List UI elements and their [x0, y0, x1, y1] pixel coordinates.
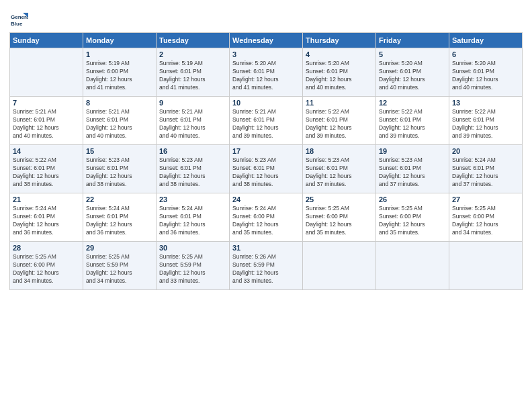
day-cell: 14Sunrise: 5:22 AMSunset: 6:01 PMDayligh…: [10, 145, 83, 193]
day-info: Sunrise: 5:23 AMSunset: 6:01 PMDaylight:…: [306, 156, 373, 189]
day-cell: 27Sunrise: 5:25 AMSunset: 6:00 PMDayligh…: [449, 193, 523, 242]
day-info: Sunrise: 5:22 AMSunset: 6:01 PMDaylight:…: [13, 156, 80, 189]
col-header-sunday: Sunday: [10, 33, 83, 48]
day-number: 9: [159, 99, 226, 107]
day-cell: 18Sunrise: 5:23 AMSunset: 6:01 PMDayligh…: [303, 145, 376, 193]
day-number: 5: [379, 50, 446, 58]
day-number: 11: [306, 99, 373, 107]
day-number: 18: [306, 147, 373, 155]
day-info: Sunrise: 5:22 AMSunset: 6:01 PMDaylight:…: [379, 108, 446, 140]
day-info: Sunrise: 5:24 AMSunset: 6:01 PMDaylight:…: [452, 156, 519, 189]
day-info: Sunrise: 5:20 AMSunset: 6:01 PMDaylight:…: [306, 60, 373, 92]
day-cell: 30Sunrise: 5:25 AMSunset: 5:59 PMDayligh…: [157, 242, 230, 290]
day-cell: [376, 242, 449, 290]
day-info: Sunrise: 5:21 AMSunset: 6:01 PMDaylight:…: [232, 108, 300, 140]
day-cell: [10, 48, 83, 97]
day-number: 31: [232, 244, 300, 252]
day-cell: 19Sunrise: 5:23 AMSunset: 6:01 PMDayligh…: [376, 145, 449, 193]
logo: General Blue: [9, 9, 31, 28]
day-cell: 6Sunrise: 5:20 AMSunset: 6:01 PMDaylight…: [449, 48, 523, 97]
day-cell: 11Sunrise: 5:22 AMSunset: 6:01 PMDayligh…: [303, 97, 376, 145]
day-info: Sunrise: 5:23 AMSunset: 6:01 PMDaylight:…: [232, 156, 300, 189]
day-number: 2: [159, 50, 226, 58]
day-cell: 20Sunrise: 5:24 AMSunset: 6:01 PMDayligh…: [449, 145, 523, 193]
day-number: 23: [159, 195, 226, 203]
day-info: Sunrise: 5:23 AMSunset: 6:01 PMDaylight:…: [379, 156, 446, 189]
week-row-2: 7Sunrise: 5:21 AMSunset: 6:01 PMDaylight…: [10, 97, 523, 145]
day-number: 21: [13, 195, 80, 203]
day-number: 29: [86, 244, 153, 252]
logo-icon: General Blue: [9, 9, 28, 28]
day-info: Sunrise: 5:21 AMSunset: 6:01 PMDaylight:…: [86, 108, 153, 140]
day-cell: 21Sunrise: 5:24 AMSunset: 6:01 PMDayligh…: [10, 193, 83, 242]
col-header-wednesday: Wednesday: [230, 33, 303, 48]
day-cell: 16Sunrise: 5:23 AMSunset: 6:01 PMDayligh…: [157, 145, 230, 193]
col-header-saturday: Saturday: [449, 33, 523, 48]
day-cell: 9Sunrise: 5:21 AMSunset: 6:01 PMDaylight…: [157, 97, 230, 145]
day-number: 12: [379, 99, 446, 107]
day-cell: [449, 242, 523, 290]
header-row: SundayMondayTuesdayWednesdayThursdayFrid…: [10, 33, 523, 48]
day-info: Sunrise: 5:21 AMSunset: 6:01 PMDaylight:…: [13, 108, 80, 140]
day-info: Sunrise: 5:25 AMSunset: 6:00 PMDaylight:…: [306, 205, 373, 237]
day-cell: 10Sunrise: 5:21 AMSunset: 6:01 PMDayligh…: [230, 97, 303, 145]
day-cell: 25Sunrise: 5:25 AMSunset: 6:00 PMDayligh…: [303, 193, 376, 242]
day-number: 16: [159, 147, 226, 155]
day-number: 19: [379, 147, 446, 155]
day-cell: 24Sunrise: 5:24 AMSunset: 6:00 PMDayligh…: [230, 193, 303, 242]
day-info: Sunrise: 5:25 AMSunset: 5:59 PMDaylight:…: [86, 253, 153, 285]
day-number: 3: [232, 50, 300, 58]
calendar-table: SundayMondayTuesdayWednesdayThursdayFrid…: [9, 32, 523, 290]
day-number: 30: [159, 244, 226, 252]
day-cell: 26Sunrise: 5:25 AMSunset: 6:00 PMDayligh…: [376, 193, 449, 242]
day-cell: [303, 242, 376, 290]
day-cell: 1Sunrise: 5:19 AMSunset: 6:00 PMDaylight…: [83, 48, 157, 97]
day-info: Sunrise: 5:25 AMSunset: 6:00 PMDaylight:…: [379, 205, 446, 237]
day-number: 22: [86, 195, 153, 203]
day-cell: 17Sunrise: 5:23 AMSunset: 6:01 PMDayligh…: [230, 145, 303, 193]
day-cell: 29Sunrise: 5:25 AMSunset: 5:59 PMDayligh…: [83, 242, 157, 290]
day-cell: 23Sunrise: 5:24 AMSunset: 6:01 PMDayligh…: [157, 193, 230, 242]
day-cell: 4Sunrise: 5:20 AMSunset: 6:01 PMDaylight…: [303, 48, 376, 97]
day-number: 14: [13, 147, 80, 155]
day-number: 8: [86, 99, 153, 107]
day-cell: 28Sunrise: 5:25 AMSunset: 6:00 PMDayligh…: [10, 242, 83, 290]
calendar-container: General Blue SundayMondayTuesdayWednesda…: [0, 0, 532, 411]
day-info: Sunrise: 5:26 AMSunset: 5:59 PMDaylight:…: [232, 253, 300, 285]
day-number: 1: [86, 50, 153, 58]
day-info: Sunrise: 5:19 AMSunset: 6:00 PMDaylight:…: [86, 60, 153, 92]
day-info: Sunrise: 5:20 AMSunset: 6:01 PMDaylight:…: [452, 60, 519, 92]
day-info: Sunrise: 5:19 AMSunset: 6:01 PMDaylight:…: [159, 60, 226, 92]
col-header-monday: Monday: [83, 33, 157, 48]
day-info: Sunrise: 5:22 AMSunset: 6:01 PMDaylight:…: [452, 108, 519, 140]
day-info: Sunrise: 5:25 AMSunset: 6:00 PMDaylight:…: [452, 205, 519, 237]
week-row-5: 28Sunrise: 5:25 AMSunset: 6:00 PMDayligh…: [10, 242, 523, 290]
day-number: 4: [306, 50, 373, 58]
week-row-3: 14Sunrise: 5:22 AMSunset: 6:01 PMDayligh…: [10, 145, 523, 193]
week-row-4: 21Sunrise: 5:24 AMSunset: 6:01 PMDayligh…: [10, 193, 523, 242]
day-cell: 2Sunrise: 5:19 AMSunset: 6:01 PMDaylight…: [157, 48, 230, 97]
day-number: 15: [86, 147, 153, 155]
day-number: 17: [232, 147, 300, 155]
day-number: 26: [379, 195, 446, 203]
day-info: Sunrise: 5:24 AMSunset: 6:01 PMDaylight:…: [86, 205, 153, 237]
day-info: Sunrise: 5:25 AMSunset: 5:59 PMDaylight:…: [159, 253, 226, 285]
col-header-thursday: Thursday: [303, 33, 376, 48]
day-info: Sunrise: 5:24 AMSunset: 6:00 PMDaylight:…: [232, 205, 300, 237]
day-number: 20: [452, 147, 519, 155]
col-header-tuesday: Tuesday: [157, 33, 230, 48]
day-number: 28: [13, 244, 80, 252]
day-info: Sunrise: 5:23 AMSunset: 6:01 PMDaylight:…: [86, 156, 153, 189]
day-cell: 13Sunrise: 5:22 AMSunset: 6:01 PMDayligh…: [449, 97, 523, 145]
day-cell: 22Sunrise: 5:24 AMSunset: 6:01 PMDayligh…: [83, 193, 157, 242]
day-info: Sunrise: 5:22 AMSunset: 6:01 PMDaylight:…: [306, 108, 373, 140]
day-number: 6: [452, 50, 519, 58]
col-header-friday: Friday: [376, 33, 449, 48]
day-info: Sunrise: 5:23 AMSunset: 6:01 PMDaylight:…: [159, 156, 226, 189]
day-cell: 15Sunrise: 5:23 AMSunset: 6:01 PMDayligh…: [83, 145, 157, 193]
day-cell: 7Sunrise: 5:21 AMSunset: 6:01 PMDaylight…: [10, 97, 83, 145]
day-number: 10: [232, 99, 300, 107]
header-area: General Blue: [9, 7, 523, 28]
day-info: Sunrise: 5:24 AMSunset: 6:01 PMDaylight:…: [159, 205, 226, 237]
day-info: Sunrise: 5:21 AMSunset: 6:01 PMDaylight:…: [159, 108, 226, 140]
